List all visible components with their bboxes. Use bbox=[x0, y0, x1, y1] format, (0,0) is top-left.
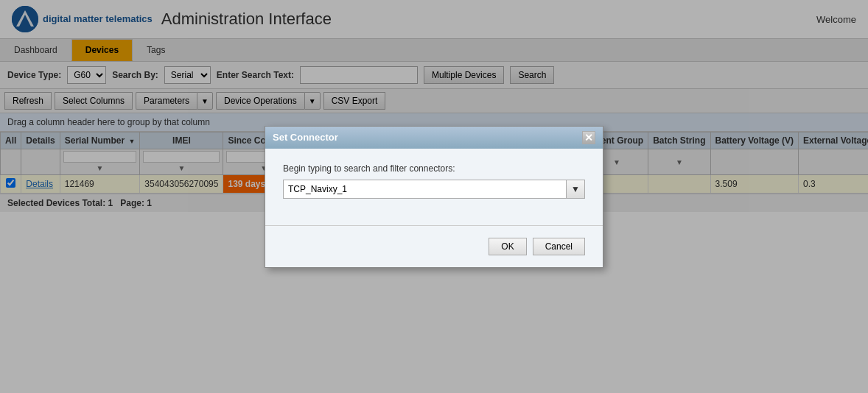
modal-body: Begin typing to search and filter connec… bbox=[265, 149, 603, 213]
modal-overlay: Set Connector ✕ Begin typing to search a… bbox=[0, 0, 868, 212]
connector-dropdown-arrow[interactable]: ▼ bbox=[567, 180, 585, 199]
connector-input[interactable] bbox=[283, 180, 567, 199]
modal-title: Set Connector bbox=[273, 132, 338, 143]
modal-select-row: ▼ bbox=[283, 180, 585, 199]
set-connector-modal: Set Connector ✕ Begin typing to search a… bbox=[265, 126, 603, 213]
modal-instruction: Begin typing to search and filter connec… bbox=[283, 163, 585, 174]
modal-close-button[interactable]: ✕ bbox=[582, 131, 595, 144]
modal-title-bar: Set Connector ✕ bbox=[265, 127, 603, 149]
